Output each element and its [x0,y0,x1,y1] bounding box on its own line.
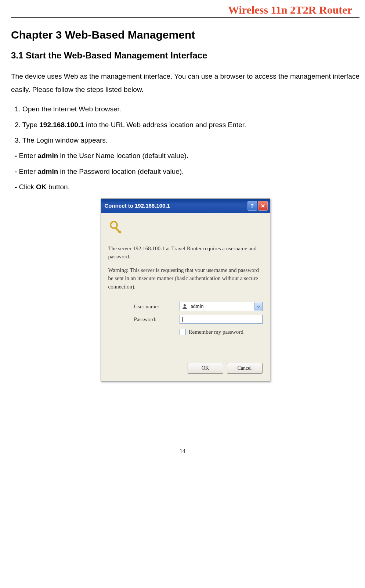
step-6-mid: Click [19,183,36,191]
dialog-titlebar: Connect to 192.168.100.1 ? [101,199,270,213]
step-4-mid: Enter [19,152,38,159]
dialog-body: The server 192.168.100.1 at Travel Route… [101,213,270,381]
remember-row: Remember my password [180,329,263,335]
cancel-button[interactable]: Cancel [227,363,263,374]
auth-dialog: Connect to 192.168.100.1 ? [101,198,270,382]
user-icon [181,303,188,310]
step-2-pre: 2. Type [15,121,39,129]
chapter-title: Chapter 3 Web-Based Management [11,29,359,41]
username-input[interactable]: admin [180,302,263,311]
password-label: Password: [134,316,174,323]
help-icon[interactable]: ? [247,201,257,211]
key-icon [108,219,126,237]
close-icon[interactable] [258,201,268,211]
dialog-msg-2: Warning: This server is requesting that … [108,266,263,291]
steps-list: 1. Open the Internet Web browser. 2. Typ… [15,104,359,193]
step-6: - Click OK button. [15,182,359,193]
dialog-msg-1: The server 192.168.100.1 at Travel Route… [108,244,263,261]
step-5-dash: - [15,168,19,175]
dialog-message: The server 192.168.100.1 at Travel Route… [108,244,263,291]
step-2-post: into the URL Web address location and pr… [84,121,246,129]
step-5: - Enter admin in the Password location (… [15,166,359,177]
step-4-bold: admin [37,152,58,159]
chevron-down-icon[interactable] [254,302,262,311]
step-4-post: in the User Name location (default value… [58,152,188,159]
step-1: 1. Open the Internet Web browser. [15,104,359,115]
step-4-dash: - [15,152,19,159]
password-input[interactable]: | [180,315,263,324]
step-3: 3. The Login window appears. [15,135,359,146]
step-4: - Enter admin in the User Name location … [15,150,359,161]
username-value: admin [189,304,254,309]
content-area: Chapter 3 Web-Based Management 3.1 Start… [0,18,365,381]
remember-checkbox[interactable] [180,329,186,335]
header-title: Wireless 11n 2T2R Router [228,4,352,16]
dialog-screenshot: Connect to 192.168.100.1 ? [11,198,359,382]
step-6-dash: - [15,183,19,191]
password-value: | [182,316,184,322]
document-header: Wireless 11n 2T2R Router [11,0,359,18]
section-title: 3.1 Start the Web-Based Management Inter… [11,50,359,61]
step-6-post: button. [47,183,70,191]
page-number: 14 [0,448,365,455]
step-6-bold: OK [36,183,47,191]
step-2: 2. Type 192.168.100.1 into the URL Web a… [15,119,359,130]
step-5-post: in the Password location (default value)… [58,168,184,175]
dialog-icon-row [108,219,263,237]
login-form: User name: admin Password: | [134,302,263,335]
step-5-bold: admin [37,168,58,175]
remember-label: Remember my password [189,329,243,335]
username-label: User name: [134,304,174,310]
step-5-mid: Enter [19,168,38,175]
step-2-ip: 192.168.100.1 [39,121,84,129]
titlebar-buttons: ? [247,201,268,211]
svg-rect-1 [114,227,121,234]
ok-button[interactable]: OK [188,363,223,374]
dialog-footer: OK Cancel [108,357,263,374]
dialog-title: Connect to 192.168.100.1 [105,202,170,209]
svg-point-3 [184,304,186,306]
intro-paragraph: The device uses Web as the management in… [11,70,359,96]
